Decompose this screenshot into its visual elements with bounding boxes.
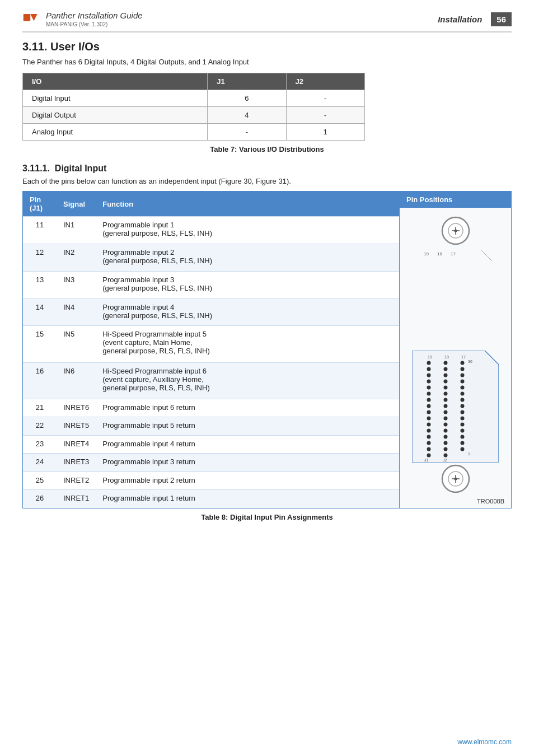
pin-function: Programmable input 3(general purpose, RL… xyxy=(96,271,399,298)
svg-point-21 xyxy=(427,374,431,377)
svg-point-41 xyxy=(461,410,465,414)
pin-col-header-signal: Signal xyxy=(57,192,96,217)
svg-text:17: 17 xyxy=(461,355,466,359)
pin-col-header-pin: Pin (J1) xyxy=(23,192,57,217)
io-table-cell: - xyxy=(286,90,364,107)
svg-point-48 xyxy=(427,429,431,433)
svg-point-24 xyxy=(427,380,431,384)
svg-text:1: 1 xyxy=(468,452,470,456)
svg-point-53 xyxy=(461,435,465,439)
pin-signal: IN5 xyxy=(57,326,96,362)
pin-signal: IN6 xyxy=(57,362,96,399)
header-right: Installation 56 xyxy=(438,12,512,26)
pin-table-row: 23INRET4Programmable input 4 return xyxy=(23,435,399,454)
svg-point-54 xyxy=(427,441,431,445)
svg-point-51 xyxy=(427,435,431,439)
pin-function: Hi-Speed Programmable input 5(event capt… xyxy=(96,326,399,362)
pin-positions-header: Pin Positions xyxy=(400,192,511,208)
svg-rect-0 xyxy=(24,14,30,21)
svg-point-27 xyxy=(427,386,431,390)
pin-function: Programmable input 6 return xyxy=(96,399,399,417)
io-table-row: Digital Input6- xyxy=(23,90,365,107)
svg-point-31 xyxy=(444,392,448,396)
section-title: 3.11. User I/Os xyxy=(22,40,512,53)
header-left: Panther Installation Guide MAN-PANIG (Ve… xyxy=(22,10,143,28)
pin-signal: INRET5 xyxy=(57,417,96,436)
guide-title: Panther Installation Guide xyxy=(46,11,143,20)
svg-point-15 xyxy=(427,361,431,365)
pin-signal: IN4 xyxy=(57,298,96,326)
io-table-cell: Digital Output xyxy=(23,107,208,124)
section-intro: The Panther has 6 Digital Inputs, 4 Digi… xyxy=(22,58,512,66)
pin-signal: INRET4 xyxy=(57,435,96,454)
svg-point-18 xyxy=(427,367,431,371)
io-table-caption: Table 7: Various I/O Distributions xyxy=(22,145,512,153)
header-section: Installation xyxy=(438,15,482,24)
svg-point-59 xyxy=(461,447,465,451)
svg-line-7 xyxy=(481,250,492,261)
svg-point-40 xyxy=(444,410,448,414)
io-table-row: Analog Input-1 xyxy=(23,124,365,141)
header-title-block: Panther Installation Guide MAN-PANIG (Ve… xyxy=(46,11,143,27)
pin-function: Programmable input 1(general purpose, RL… xyxy=(96,217,399,244)
pin-table-row: 14IN4Programmable input 4(general purpos… xyxy=(23,298,399,326)
pin-table-row: 22INRET5Programmable input 5 return xyxy=(23,417,399,436)
pin-number: 25 xyxy=(23,472,57,490)
footer-url: www.elmomc.com xyxy=(457,738,512,746)
svg-text:18: 18 xyxy=(437,251,442,256)
pin-number: 13 xyxy=(23,271,57,298)
svg-point-55 xyxy=(444,441,448,445)
pin-positions-svg: 19 18 17 xyxy=(412,351,499,463)
svg-point-25 xyxy=(444,380,448,384)
pin-signal: IN3 xyxy=(57,271,96,298)
svg-point-60 xyxy=(427,454,431,458)
pin-function: Programmable input 1 return xyxy=(96,490,399,508)
pin-table-wrapper: Pin (J1) Signal Function 11IN1Programmab… xyxy=(22,191,512,508)
page: Panther Installation Guide MAN-PANIG (Ve… xyxy=(0,0,534,756)
svg-point-42 xyxy=(427,417,431,421)
pin-table-row: 11IN1Programmable input 1(general purpos… xyxy=(23,217,399,244)
pin-number: 16 xyxy=(23,362,57,399)
svg-text:19: 19 xyxy=(424,251,429,256)
svg-point-6 xyxy=(454,230,457,232)
svg-text:36: 36 xyxy=(468,360,472,363)
pin-number: 23 xyxy=(23,435,57,454)
svg-point-19 xyxy=(444,367,448,371)
svg-text:J1: J1 xyxy=(424,458,429,462)
pin-function: Programmable input 3 return xyxy=(96,454,399,472)
svg-point-33 xyxy=(427,398,431,402)
svg-text:18: 18 xyxy=(444,355,449,359)
connector-bottom-svg xyxy=(441,464,471,494)
subsection-title: 3.11.1. Digital Input xyxy=(22,164,512,174)
svg-marker-1 xyxy=(30,14,37,21)
pin-grid-area: 19 18 17 /* generated below */ xyxy=(419,250,492,355)
top-connector xyxy=(441,216,471,248)
guide-subtitle: MAN-PANIG (Ver. 1.302) xyxy=(46,21,143,27)
svg-point-36 xyxy=(427,404,431,408)
pin-number: 24 xyxy=(23,454,57,472)
svg-point-43 xyxy=(444,417,448,421)
pin-col-header-function: Function xyxy=(96,192,399,217)
io-col-header-j2: J2 xyxy=(286,73,364,90)
pin-signal: INRET6 xyxy=(57,399,96,417)
svg-point-28 xyxy=(444,386,448,390)
pin-number: 22 xyxy=(23,417,57,436)
pin-number: 11 xyxy=(23,217,57,244)
svg-point-45 xyxy=(427,423,431,427)
svg-point-38 xyxy=(461,404,465,408)
pin-function: Programmable input 2(general purpose, RL… xyxy=(96,244,399,271)
io-table-cell: Analog Input xyxy=(23,124,208,141)
pin-function: Programmable input 5 return xyxy=(96,417,399,436)
svg-point-22 xyxy=(444,374,448,377)
svg-point-34 xyxy=(444,398,448,402)
svg-point-39 xyxy=(427,410,431,414)
pin-signal: INRET2 xyxy=(57,472,96,490)
svg-point-26 xyxy=(461,380,465,384)
pin-table-row: 24INRET3Programmable input 3 return xyxy=(23,454,399,472)
svg-point-46 xyxy=(444,423,448,427)
pin-table-row: 12IN2Programmable input 2(general purpos… xyxy=(23,244,399,271)
io-table-cell: 6 xyxy=(208,90,286,107)
page-number: 56 xyxy=(491,12,512,26)
svg-marker-11 xyxy=(412,351,499,463)
pin-function: Programmable input 4 return xyxy=(96,435,399,454)
